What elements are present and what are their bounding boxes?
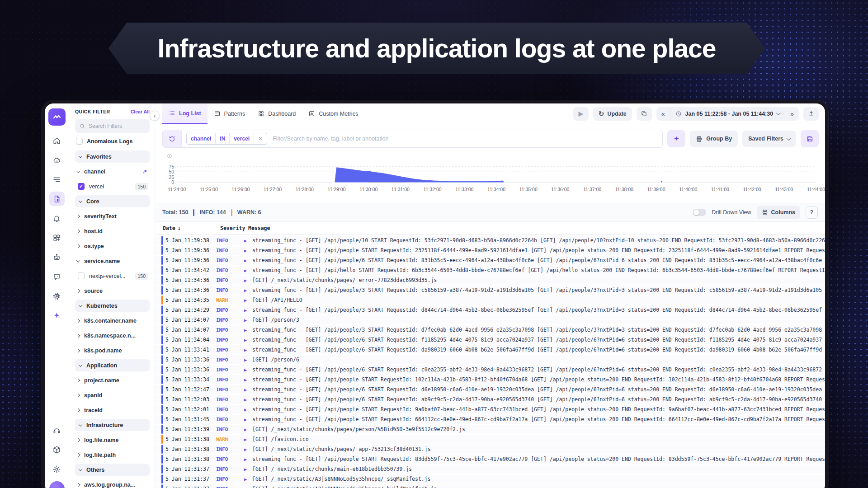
filter-field-spanid[interactable]: spanId xyxy=(75,389,150,401)
user-avatar[interactable] xyxy=(49,481,65,488)
support-headset-icon[interactable] xyxy=(49,423,65,437)
expand-row-icon[interactable]: ▶ xyxy=(244,338,252,343)
query-history-button[interactable] xyxy=(163,130,182,147)
expand-row-icon[interactable]: ▶ xyxy=(244,377,252,382)
ai-query-button[interactable]: ✦ xyxy=(667,130,685,147)
column-message[interactable]: Message xyxy=(248,225,270,231)
tab-patterns[interactable]: Patterns xyxy=(208,103,252,124)
expand-row-icon[interactable]: ▶ xyxy=(244,298,252,303)
filter-field-k8s-container-name[interactable]: k8s.container.name xyxy=(75,314,150,327)
log-row[interactable]: 5 Jan 11:31:37 INFO ▶ [GET] /_next/stati… xyxy=(155,474,825,483)
log-row[interactable]: 5 Jan 11:31:38 INFO ▶ [GET] /_next/stati… xyxy=(155,445,825,454)
log-row[interactable]: 5 Jan 11:32:47 INFO ▶ streaming_func - [… xyxy=(155,385,825,394)
support-chat-icon[interactable] xyxy=(49,269,65,284)
log-row[interactable]: 5 Jan 11:31:37 INFO ▶ [GET] /_next/stati… xyxy=(155,484,825,488)
group-by-button[interactable]: Group By xyxy=(690,131,738,147)
filter-field-k8s-pod-name[interactable]: k8s.pod.name xyxy=(75,344,150,357)
pin-icon[interactable] xyxy=(142,169,148,174)
services-icon[interactable] xyxy=(49,153,65,167)
expand-row-icon[interactable]: ▶ xyxy=(244,397,252,402)
filter-field-k8s-namespace-n-[interactable]: k8s.namespace.n... xyxy=(75,329,150,342)
expand-row-icon[interactable]: ▶ xyxy=(244,447,252,452)
log-row[interactable]: 5 Jan 11:34:36 INFO ▶ streaming_func - [… xyxy=(155,286,825,295)
expand-row-icon[interactable]: ▶ xyxy=(244,477,252,482)
settings-gear-icon[interactable] xyxy=(49,462,65,476)
log-row[interactable]: 5 Jan 11:39:36 INFO ▶ streaming_func - [… xyxy=(155,246,825,255)
filter-field-service-name[interactable]: service.name xyxy=(75,255,150,267)
filter-group-kubernetes[interactable]: Kubernetes xyxy=(75,300,150,312)
filter-field-host-id[interactable]: host.id xyxy=(75,225,150,237)
infra-chip-icon[interactable] xyxy=(49,289,65,303)
expand-row-icon[interactable]: ▶ xyxy=(244,427,252,432)
ai-sparkle-icon[interactable] xyxy=(49,308,65,323)
filter-option-nextjs-vercel-[interactable]: nextjs-vercel...150 xyxy=(75,270,150,282)
filter-value-checkbox[interactable] xyxy=(78,272,85,279)
column-date[interactable]: Date xyxy=(163,225,175,231)
copy-link-button[interactable] xyxy=(637,107,652,121)
play-button[interactable]: ▶ xyxy=(573,107,589,121)
log-row[interactable]: 5 Jan 11:34:07 INFO ▶ [GET] /person/3 xyxy=(155,315,825,324)
expand-row-icon[interactable]: ▶ xyxy=(244,387,252,392)
robot-assistant-icon[interactable] xyxy=(49,250,65,264)
range-forward-button[interactable]: » xyxy=(785,107,799,121)
logs-explorer-icon[interactable] xyxy=(49,192,65,206)
filter-field-source[interactable]: source xyxy=(75,285,150,297)
expand-row-icon[interactable]: ▶ xyxy=(244,347,252,352)
expand-row-icon[interactable]: ▶ xyxy=(244,367,252,372)
expand-row-icon[interactable]: ▶ xyxy=(244,238,252,243)
help-button[interactable]: ? xyxy=(806,206,818,219)
info-icon[interactable] xyxy=(167,152,172,160)
log-row[interactable]: 5 Jan 11:33:34 INFO ▶ streaming_func - [… xyxy=(155,375,825,384)
log-row[interactable]: 5 Jan 11:34:35 WARN ▶ [GET] /API/HELLO xyxy=(155,296,825,305)
log-row[interactable]: 5 Jan 11:32:03 INFO ▶ streaming_func - [… xyxy=(155,395,825,404)
filter-field-log-file-path[interactable]: log.file.path xyxy=(75,449,150,461)
range-back-button[interactable]: « xyxy=(656,107,670,121)
expand-row-icon[interactable]: ▶ xyxy=(244,258,252,263)
filter-search-box[interactable] xyxy=(75,119,150,133)
expand-row-icon[interactable]: ▶ xyxy=(244,268,252,273)
log-row[interactable]: 5 Jan 11:39:38 INFO ▶ streaming_func - [… xyxy=(155,236,825,245)
expand-row-icon[interactable]: ▶ xyxy=(244,328,252,333)
update-button[interactable]: ↻ Update xyxy=(593,107,632,121)
anomalous-logs-checkbox[interactable] xyxy=(76,138,83,145)
app-logo[interactable] xyxy=(48,108,66,126)
tab-custom-metrics[interactable]: Custom Metrics xyxy=(302,103,364,124)
pipelines-icon[interactable] xyxy=(49,172,65,187)
collapse-panel-button[interactable]: ‹ xyxy=(150,111,160,121)
tab-log-list[interactable]: Log List xyxy=(162,103,208,124)
filter-group-infrastructure[interactable]: Infrastructure xyxy=(75,419,150,431)
expand-row-icon[interactable]: ▶ xyxy=(244,248,252,253)
log-row[interactable]: 5 Jan 11:31:45 INFO ▶ streaming_func - [… xyxy=(155,415,825,424)
expand-row-icon[interactable]: ▶ xyxy=(244,318,252,323)
filter-chip[interactable]: channel IN vercel ✕ xyxy=(186,133,267,145)
filter-field-channel[interactable]: channel xyxy=(75,165,150,178)
log-row[interactable]: 5 Jan 11:34:04 INFO ▶ streaming_func - [… xyxy=(155,335,825,344)
expand-row-icon[interactable]: ▶ xyxy=(244,278,252,283)
home-icon[interactable] xyxy=(49,133,65,148)
expand-row-icon[interactable]: ▶ xyxy=(244,417,252,422)
log-row[interactable]: 5 Jan 11:31:37 INFO ▶ [GET] /_next/stati… xyxy=(155,465,825,474)
expand-row-icon[interactable]: ▶ xyxy=(244,487,252,488)
log-row[interactable]: 5 Jan 11:34:07 INFO ▶ streaming_func - [… xyxy=(155,325,825,334)
expand-row-icon[interactable]: ▶ xyxy=(244,407,252,412)
filter-field-project-name[interactable]: project.name xyxy=(75,374,150,386)
filter-field-aws-log-group-na-[interactable]: aws.log.group.na... xyxy=(75,479,150,488)
save-filter-button[interactable] xyxy=(801,130,819,147)
chip-remove-icon[interactable]: ✕ xyxy=(254,133,267,144)
log-row[interactable]: 5 Jan 11:31:38 WARN ▶ [GET] /favicon.ico xyxy=(155,435,825,444)
log-row[interactable]: 5 Jan 11:32:01 INFO ▶ streaming_func - [… xyxy=(155,405,825,414)
log-row[interactable]: 5 Jan 11:33:41 INFO ▶ streaming_func - [… xyxy=(155,345,825,354)
drill-down-toggle[interactable] xyxy=(693,209,706,216)
log-row[interactable]: 5 Jan 11:34:36 INFO ▶ [GET] /_next/stati… xyxy=(155,276,825,285)
search-filters-input[interactable] xyxy=(89,123,146,129)
filter-value-checkbox[interactable]: ✓ xyxy=(78,183,85,190)
filter-option-vercel[interactable]: ✓vercel150 xyxy=(75,180,150,192)
export-button[interactable] xyxy=(803,107,819,121)
filter-group-application[interactable]: Application xyxy=(75,359,150,371)
expand-row-icon[interactable]: ▶ xyxy=(244,457,252,462)
alerts-bell-icon[interactable] xyxy=(49,211,65,225)
integrations-box-icon[interactable] xyxy=(49,442,65,457)
anomalous-logs-row[interactable]: Anomalous Logs xyxy=(76,138,150,145)
filter-group-core[interactable]: Core xyxy=(75,195,150,207)
time-range-display[interactable]: Jan 05 11:22:58 - Jan 05 11:44:30 xyxy=(670,107,785,121)
